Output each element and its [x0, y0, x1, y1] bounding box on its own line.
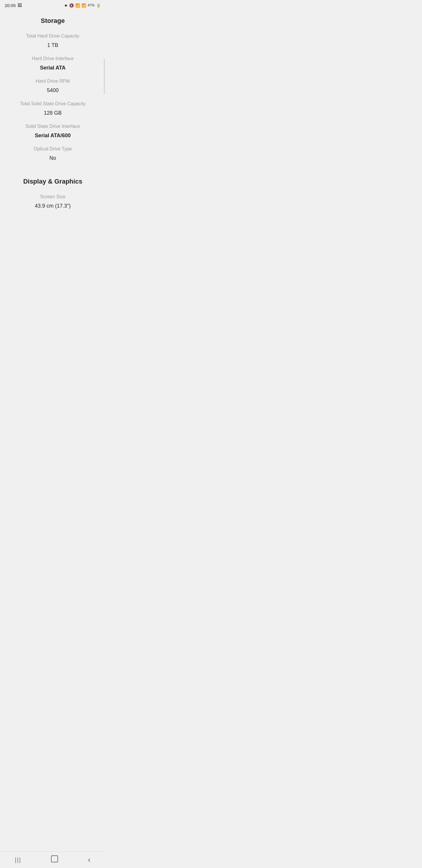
gallery-icon: 🖼 [18, 3, 22, 8]
bluetooth-icon: ★ [64, 3, 68, 8]
display-title: Display & Graphics [0, 173, 105, 191]
wifi-icon: 📶 [75, 3, 80, 8]
spec-value-screen-size: 43.9 cm (17.3") [0, 201, 105, 214]
spec-value-optical: No [0, 153, 105, 170]
spec-label-optical: Optical Drive Type [0, 144, 105, 153]
status-icons: ★ 🔇 📶 📶 47% 🔋 [64, 3, 101, 8]
scrollbar[interactable] [104, 59, 105, 94]
spec-label-hd-rpm: Hard Drive RPM [0, 76, 105, 86]
storage-title: Storage [0, 12, 105, 31]
spec-label-hd-interface: Hard Drive Interface [0, 53, 105, 63]
spec-value-hd-capacity: 1 TB [0, 40, 105, 53]
spec-label-hd-capacity: Total Hard Drive Capacity [0, 31, 105, 40]
mute-icon: 🔇 [69, 3, 74, 8]
spec-value-ssd-capacity: 128 GB [0, 108, 105, 121]
main-content: Storage Total Hard Drive Capacity 1 TB H… [0, 9, 105, 231]
spec-value-hd-interface: Serial ATA [0, 63, 105, 76]
spec-label-ssd-interface: Solid State Drive Interface [0, 121, 105, 131]
signal-icon: 📶 [82, 3, 86, 8]
status-bar: 20:05 🖼 ★ 🔇 📶 📶 47% 🔋 [0, 0, 105, 9]
display-section: Display & Graphics Screen Size 43.9 cm (… [0, 173, 105, 214]
spec-value-hd-rpm: 5400 [0, 86, 105, 98]
status-time: 20:05 🖼 [5, 3, 22, 8]
battery-percent: 47% [88, 3, 95, 7]
battery-icon: 🔋 [96, 3, 101, 8]
spec-value-ssd-interface: Serial ATA/600 [0, 131, 105, 144]
spec-label-ssd-capacity: Total Solid State Drive Capacity [0, 98, 105, 108]
spec-label-screen-size: Screen Size [0, 191, 105, 201]
time-display: 20:05 [5, 3, 16, 8]
storage-section: Storage Total Hard Drive Capacity 1 TB H… [0, 9, 105, 170]
